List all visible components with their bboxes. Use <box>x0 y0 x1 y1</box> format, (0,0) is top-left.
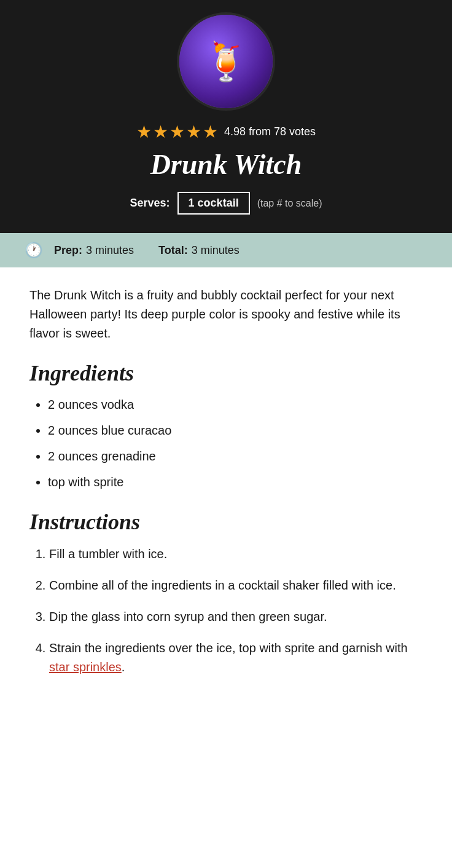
stars-container[interactable]: ★ ★ ★ ★ ★ <box>136 122 218 142</box>
list-item: top with sprite <box>48 473 423 491</box>
serves-value[interactable]: 1 cocktail <box>177 192 250 215</box>
list-item: 2 ounces blue curacao <box>48 422 423 439</box>
list-item: 2 ounces grenadine <box>48 448 423 465</box>
star-5[interactable]: ★ <box>203 122 218 142</box>
drink-photo <box>179 15 273 108</box>
description-text: The Drunk Witch is a fruity and bubbly c… <box>29 286 423 343</box>
star-1[interactable]: ★ <box>136 122 152 142</box>
star-2[interactable]: ★ <box>153 122 168 142</box>
header-section: ★ ★ ★ ★ ★ 4.98 from 78 votes Drunk Witch… <box>0 0 452 233</box>
time-info: Prep: 3 minutes Total: 3 minutes <box>54 244 240 257</box>
content-section: The Drunk Witch is a fruity and bubbly c… <box>0 267 452 868</box>
serves-hint: (tap # to scale) <box>257 198 322 209</box>
list-item: Fill a tumbler with ice. <box>49 545 423 564</box>
prep-time-item: Prep: 3 minutes <box>54 244 134 257</box>
star-3[interactable]: ★ <box>170 122 185 142</box>
rating-row: ★ ★ ★ ★ ★ 4.98 from 78 votes <box>136 122 316 142</box>
total-label: Total: <box>158 244 188 257</box>
prep-label: Prep: <box>54 244 82 257</box>
instruction-step-4-pre: Strain the ingredients over the ice, top… <box>49 641 408 655</box>
list-item: Combine all of the ingredients in a cock… <box>49 576 423 595</box>
time-bar: 🕐 Prep: 3 minutes Total: 3 minutes <box>0 233 452 267</box>
rating-text: 4.98 from 78 votes <box>224 125 316 138</box>
serves-label: Serves: <box>130 197 170 210</box>
clock-icon: 🕐 <box>25 242 43 259</box>
total-time-value: 3 minutes <box>192 244 240 257</box>
drink-image <box>177 12 275 111</box>
star-sprinkles-link[interactable]: star sprinkles <box>49 660 122 674</box>
ingredients-list: 2 ounces vodka 2 ounces blue curacao 2 o… <box>29 396 423 491</box>
list-item: 2 ounces vodka <box>48 396 423 413</box>
instructions-list: Fill a tumbler with ice. Combine all of … <box>29 545 423 677</box>
star-4[interactable]: ★ <box>186 122 201 142</box>
serves-row: Serves: 1 cocktail (tap # to scale) <box>130 192 322 215</box>
instruction-step-4-post: . <box>122 660 125 674</box>
ingredients-title: Ingredients <box>29 360 423 386</box>
instructions-title: Instructions <box>29 509 423 535</box>
prep-time-value: 3 minutes <box>86 244 134 257</box>
recipe-title: Drunk Witch <box>150 148 302 181</box>
list-item: Strain the ingredients over the ice, top… <box>49 639 423 677</box>
list-item: Dip the glass into corn syrup and then g… <box>49 607 423 626</box>
total-time-item: Total: 3 minutes <box>158 244 240 257</box>
